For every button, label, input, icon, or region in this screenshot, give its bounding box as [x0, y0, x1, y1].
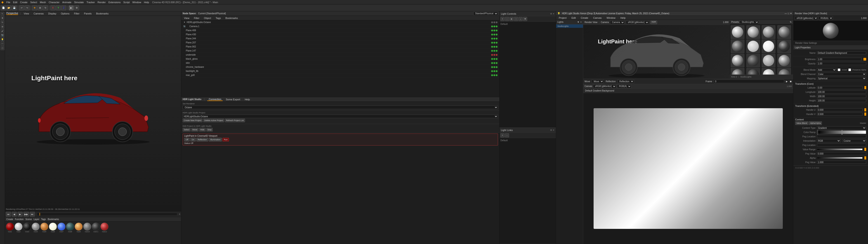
axis-x[interactable]: X — [51, 5, 55, 10]
menu-tracker[interactable]: Tracker — [85, 1, 96, 4]
connection-tab[interactable]: Connection — [207, 98, 223, 101]
render-btn[interactable]: ▶ — [69, 5, 74, 10]
light-item-studiolights[interactable]: StudioLights — [556, 24, 583, 28]
material-item-1[interactable]: mat2 — [14, 222, 23, 243]
node-space-dropdown[interactable]: Standard/Physical — [473, 12, 498, 16]
lp-off-btn[interactable]: Off — [184, 138, 190, 142]
layer-btn[interactable]: Layer — [34, 218, 39, 220]
peg-location-2-input[interactable] — [817, 144, 866, 147]
viewport-menu-panels[interactable]: Panels — [83, 12, 93, 15]
renderer-dropdown[interactable]: Octane — [183, 105, 498, 109]
preset-item-6[interactable] — [762, 39, 775, 53]
menu-simulate[interactable]: Simulate — [73, 1, 85, 4]
obj-plane207[interactable]: Plane.207 — [181, 41, 499, 45]
sidebar-camera-icon[interactable]: 📷 — [0, 33, 4, 37]
viewport-menu-filter[interactable]: Filter — [72, 12, 81, 15]
menu-select[interactable]: Select — [29, 1, 39, 4]
hdr-maximize-btn[interactable]: □ — [788, 12, 789, 15]
value-blend-tab[interactable]: Value Blend — [795, 121, 808, 125]
presets-category-select[interactable]: StudioLights — [740, 20, 759, 24]
open-btn[interactable]: 📂 — [6, 5, 11, 10]
preset-item-14[interactable] — [762, 68, 775, 74]
help-tab[interactable]: Help — [243, 98, 251, 101]
obj-camera[interactable]: 📷 Camera.1 — [181, 24, 499, 28]
new-btn[interactable]: 📄 — [1, 5, 6, 10]
sidebar-paint-icon[interactable]: 🖌 — [0, 29, 4, 33]
hdr-minimize-btn[interactable]: — — [784, 12, 787, 15]
preset-item-3[interactable] — [777, 25, 791, 39]
menu-window[interactable]: Window — [131, 1, 143, 4]
handle-u-input[interactable] — [817, 108, 863, 111]
undo-btn[interactable]: ↩ — [19, 5, 24, 10]
material-item-3[interactable]: mat4 — [32, 222, 40, 243]
end-btn[interactable]: ⏭ — [30, 212, 35, 217]
hdr-menu-help[interactable]: Help — [619, 17, 627, 19]
latitude-input[interactable] — [817, 86, 863, 89]
play-btn[interactable]: ⏮ — [6, 212, 11, 217]
alpha-peg-value-input[interactable] — [817, 161, 866, 164]
hdr-menu-project[interactable]: Project — [557, 17, 568, 19]
axis-y[interactable]: Y — [56, 5, 61, 10]
obj-plane147[interactable]: Plane.147 — [181, 49, 499, 53]
ramp-handle-right[interactable] — [842, 130, 842, 135]
lc-visible-btn[interactable]: 👁 — [523, 17, 527, 21]
lp-reflection-btn[interactable]: Reflection — [196, 138, 208, 142]
project-select[interactable]: HDRLightStudio:Octane — [183, 115, 498, 118]
blend-mode-select[interactable]: Add — [817, 68, 836, 71]
save-btn[interactable]: 💾 — [12, 5, 17, 10]
peg-location-1-input[interactable] — [817, 135, 866, 138]
hdr-close-btn[interactable]: ✕ — [790, 12, 792, 15]
handle-v-input[interactable] — [817, 113, 863, 116]
sidebar-scale-icon[interactable]: ⊞ — [0, 25, 4, 29]
presets-refresh-icon[interactable]: ↻ — [790, 21, 792, 23]
lp-on-btn[interactable]: On — [190, 138, 196, 142]
next-frame-btn[interactable]: ▶▶ — [24, 212, 29, 217]
axis-z[interactable]: Z — [61, 5, 66, 10]
some-export-tab[interactable]: Some Export — [224, 98, 242, 101]
move-btn-edit[interactable]: Move — [191, 128, 198, 131]
preset-item-11[interactable] — [777, 54, 791, 67]
play-icon[interactable]: ▶ — [786, 80, 788, 83]
alpha-tab[interactable]: Alpha/Alpha — [809, 121, 822, 125]
preset-item-8[interactable] — [731, 54, 744, 67]
viewport-3d[interactable]: LightPaint here — [5, 16, 181, 211]
tab-tags[interactable]: Tags — [214, 17, 222, 20]
stop-btn[interactable]: Stop — [206, 128, 213, 131]
material-item-5[interactable]: mat6 — [49, 222, 57, 243]
obj-plane344[interactable]: Plane.344 — [181, 37, 499, 41]
opacity-input[interactable] — [817, 62, 866, 65]
interpolation-right-select[interactable]: Cosine — [842, 139, 866, 142]
prev-frame-btn[interactable]: ◀ — [12, 212, 17, 217]
sidebar-rotate-icon[interactable]: ↻ — [0, 20, 4, 24]
move-type-select[interactable]: Move — [592, 80, 604, 83]
tags-btn[interactable]: Tags — [41, 218, 46, 220]
obj-chrome[interactable]: chrome_hardware — [181, 65, 499, 69]
blend-channel-select[interactable]: Color — [817, 72, 866, 76]
render-camera-select[interactable]: Camera — [610, 21, 625, 24]
sidebar-light-icon[interactable]: 💡 — [0, 37, 4, 41]
ll-remove-btn[interactable]: - — [505, 133, 509, 138]
lc-move-down-btn[interactable]: ↓ — [519, 17, 523, 21]
obj-plane902[interactable]: Plane.902 — [181, 45, 499, 49]
material-item-6[interactable]: mat7 — [57, 222, 66, 243]
tab-object[interactable]: Object — [203, 17, 213, 20]
lp-format-select[interactable]: sRGB [gMonitor] — [795, 16, 818, 20]
lp-rgb-select[interactable]: RGB(A) — [819, 16, 833, 20]
obj-skin[interactable]: skin — [181, 61, 499, 65]
preserve-alpha-checkbox[interactable] — [848, 68, 851, 71]
sidebar-move-icon[interactable]: ✥ — [0, 16, 4, 20]
play-pause-btn[interactable]: ▶ — [18, 212, 23, 217]
menu-mesh[interactable]: Mesh — [38, 1, 47, 4]
lc-move-up-btn[interactable]: ↑ — [514, 17, 518, 21]
hdr-menu-create[interactable]: Create — [579, 17, 590, 19]
material-item-4[interactable]: mat5 — [40, 222, 49, 243]
peg-value-input[interactable] — [817, 152, 866, 155]
tab-filter[interactable]: Filter — [193, 17, 201, 20]
canvas-rgb-select[interactable]: RGB(A) — [617, 85, 631, 88]
menu-script[interactable]: Script — [122, 1, 131, 4]
color-ramp-bar[interactable] — [817, 130, 866, 134]
menu-file[interactable]: File — [5, 1, 12, 4]
preset-item-10[interactable] — [762, 54, 775, 67]
preset-item-4[interactable] — [731, 39, 744, 53]
viewport-menu-cameras[interactable]: Cameras — [32, 12, 45, 15]
